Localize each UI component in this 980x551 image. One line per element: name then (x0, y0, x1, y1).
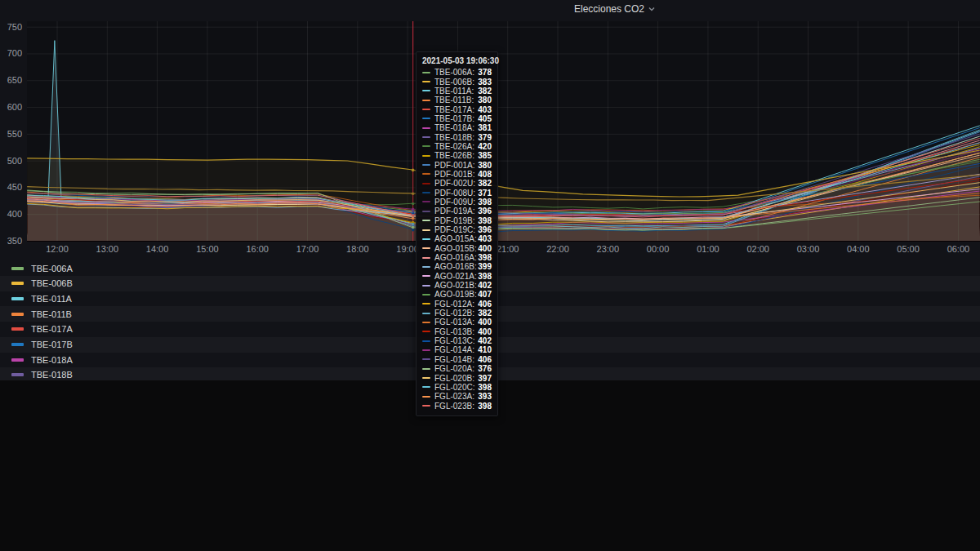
tooltip-series-value: 396 (478, 207, 492, 216)
tooltip-timestamp: 2021-05-03 19:06:30 (422, 56, 492, 65)
tooltip-color-dash (422, 155, 430, 157)
tooltip-series-value: 403 (478, 105, 492, 114)
tooltip-color-dash (422, 136, 430, 138)
y-tick-label: 350 (0, 236, 22, 246)
x-tick-label: 00:00 (640, 244, 676, 254)
tooltip-row: TBE-026B:385 (422, 151, 492, 160)
legend-color-dash (11, 343, 24, 346)
tooltip-color-dash (422, 257, 430, 259)
tooltip-row: TBE-006B:383 (422, 77, 492, 86)
tooltip-rows: TBE-006A:378TBE-006B:383TBE-011A:382TBE-… (422, 68, 492, 411)
tooltip-series-value: 398 (478, 272, 492, 281)
tooltip-series-name: TBE-018B: (434, 133, 478, 142)
tooltip-series-name: FGL-014A: (434, 345, 478, 354)
tooltip-row: FGL-012A:406 (422, 300, 492, 309)
tooltip-series-name: PDF-008U: (434, 189, 478, 198)
panel-header-menu[interactable]: Elecciones CO2 (574, 3, 656, 15)
tooltip-series-value: 382 (478, 309, 492, 318)
tooltip-color-dash (422, 211, 430, 212)
tooltip-series-value: 400 (478, 318, 492, 327)
tooltip-row: TBE-017A:403 (422, 104, 492, 113)
tooltip-series-value: 385 (478, 151, 492, 160)
tooltip-color-dash (422, 183, 430, 184)
tooltip-series-value: 400 (478, 327, 492, 336)
tooltip-series-name: TBE-011B: (434, 96, 478, 104)
tooltip-row: AGO-015B:400 (422, 244, 492, 253)
tooltip-color-dash (422, 247, 430, 249)
tooltip-series-name: PDF-002U: (434, 179, 478, 188)
panel-title: Elecciones CO2 (574, 3, 644, 15)
tooltip-series-value: 408 (478, 170, 492, 179)
tooltip-series-value: 396 (478, 225, 492, 234)
tooltip-row: AGO-021A:398 (422, 272, 492, 281)
tooltip-color-dash (422, 349, 430, 351)
tooltip-color-dash (422, 90, 430, 91)
tooltip-series-value: 398 (478, 253, 492, 262)
tooltip-series-value: 381 (478, 123, 492, 132)
tooltip-series-name: TBE-017A: (434, 105, 478, 114)
tooltip-color-dash (422, 368, 430, 370)
tooltip-series-value: 406 (478, 300, 492, 309)
chart-tooltip: 2021-05-03 19:06:30 TBE-006A:378TBE-006B… (416, 51, 498, 416)
tooltip-row: TBE-011B:380 (422, 96, 492, 104)
tooltip-color-dash (422, 81, 430, 82)
x-tick-label: 12:00 (39, 244, 75, 254)
tooltip-color-dash (422, 229, 430, 231)
tooltip-series-name: TBE-006A: (434, 68, 478, 77)
legend-color-dash (11, 313, 24, 316)
tooltip-series-name: AGO-016B: (434, 262, 478, 271)
tooltip-series-value: 407 (478, 290, 492, 299)
tooltip-color-dash (422, 405, 430, 407)
x-tick-label: 06:00 (940, 244, 976, 254)
tooltip-series-name: FGL-013B: (434, 327, 478, 336)
tooltip-row: FGL-023A:393 (422, 392, 492, 401)
tooltip-row: TBE-018A:381 (422, 123, 492, 132)
legend-color-dash (11, 267, 24, 270)
x-tick-label: 22:00 (540, 244, 576, 254)
tooltip-series-name: AGO-021B: (434, 281, 478, 290)
tooltip-series-name: FGL-020A: (434, 364, 478, 373)
tooltip-row: TBE-006A:378 (422, 68, 492, 77)
tooltip-series-name: FGL-023B: (434, 402, 478, 411)
tooltip-row: PDF-001A:380 (422, 160, 492, 169)
tooltip-color-dash (422, 192, 430, 193)
tooltip-series-value: 383 (478, 78, 492, 87)
tooltip-series-value: 410 (478, 345, 492, 354)
tooltip-series-name: AGO-019B: (434, 290, 478, 299)
tooltip-series-name: TBE-011A: (434, 87, 478, 96)
tooltip-series-value: 382 (478, 87, 492, 96)
tooltip-series-name: AGO-021A: (434, 272, 478, 281)
legend-color-dash (11, 373, 24, 376)
tooltip-series-name: FGL-020C: (434, 383, 478, 392)
tooltip-color-dash (422, 377, 430, 379)
tooltip-series-value: 398 (478, 402, 492, 411)
tooltip-color-dash (422, 313, 430, 314)
tooltip-color-dash (422, 145, 430, 147)
tooltip-series-value: 402 (478, 336, 492, 345)
tooltip-series-value: 378 (478, 68, 492, 77)
tooltip-series-value: 420 (478, 142, 492, 151)
tooltip-row: FGL-020C:398 (422, 383, 492, 392)
tooltip-series-value: 403 (478, 234, 492, 243)
tooltip-color-dash (422, 331, 430, 332)
legend-color-dash (11, 297, 24, 300)
tooltip-row: AGO-016A:398 (422, 253, 492, 262)
legend-label: TBE-018B (31, 370, 73, 380)
tooltip-row: AGO-021B:402 (422, 281, 492, 290)
tooltip-series-name: FGL-012A: (434, 300, 478, 309)
tooltip-row: FGL-014A:410 (422, 345, 492, 354)
tooltip-series-value: 405 (478, 114, 492, 123)
x-tick-label: 17:00 (290, 244, 326, 254)
x-tick-label: 15:00 (189, 244, 225, 254)
x-tick-label: 04:00 (840, 244, 876, 254)
x-tick-label: 03:00 (791, 244, 826, 254)
tooltip-row: TBE-011A:382 (422, 87, 492, 96)
tooltip-row: FGL-014B:406 (422, 355, 492, 364)
tooltip-color-dash (422, 109, 430, 110)
tooltip-series-name: PDF-019A: (434, 207, 478, 216)
legend-label: TBE-011A (31, 294, 72, 304)
tooltip-row: FGL-012B:382 (422, 309, 492, 318)
tooltip-series-value: 379 (478, 133, 492, 142)
tooltip-row: PDF-019B:398 (422, 216, 492, 225)
tooltip-row: FGL-013C:402 (422, 336, 492, 345)
